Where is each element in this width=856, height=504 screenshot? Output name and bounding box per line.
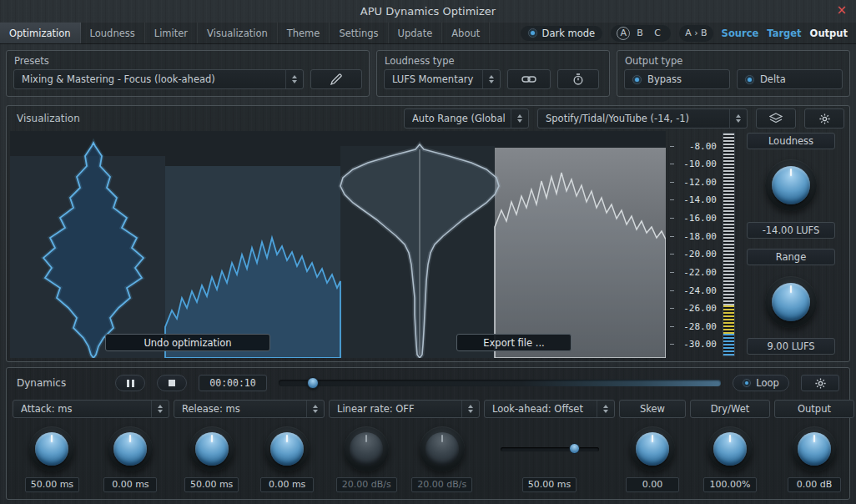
- attack-knob-1[interactable]: [29, 426, 74, 471]
- range-label[interactable]: Range: [747, 249, 835, 265]
- bypass-radio-icon: [632, 75, 642, 84]
- scale-tick-label: -26.00: [683, 303, 717, 314]
- drywet-value: 100.00%: [703, 477, 757, 492]
- target-preset-dropdown[interactable]: Spotify/Tidal/YouTube (-14, -1): [537, 108, 748, 129]
- preset-slot-c[interactable]: C: [650, 27, 665, 40]
- tab-loudness[interactable]: Loudness: [81, 23, 145, 43]
- meter-segment-warn: [723, 305, 734, 334]
- stepper-arrows-icon[interactable]: [597, 401, 614, 417]
- range-knob[interactable]: [765, 276, 817, 328]
- stepper-arrows-icon[interactable]: [285, 70, 303, 88]
- attack-knob-1-value: 50.00 ms: [25, 477, 79, 492]
- output-button[interactable]: Output: [810, 28, 848, 39]
- release-knob-1[interactable]: [189, 426, 234, 471]
- loudness-target-label[interactable]: Loudness: [747, 133, 835, 149]
- tab-about[interactable]: About: [442, 23, 490, 43]
- stepper-arrows-icon[interactable]: [151, 401, 169, 417]
- scale-tick-mark: [670, 199, 674, 200]
- scale-tick-label: -8.00: [689, 141, 717, 152]
- linear-rate-knob-2[interactable]: [420, 426, 465, 471]
- ab-compare-button[interactable]: A › B: [679, 25, 712, 42]
- auto-range-dropdown[interactable]: Auto Range (Global): [404, 108, 529, 129]
- output-knob[interactable]: [792, 426, 837, 471]
- auto-range-value: Auto Range (Global): [412, 113, 506, 124]
- close-icon[interactable]: ×: [836, 3, 847, 18]
- stepper-arrows-icon[interactable]: [306, 401, 324, 417]
- edit-preset-button[interactable]: [310, 69, 362, 89]
- loudness-type-box: Loudness type LUFS Momentary: [376, 50, 610, 97]
- drywet-header[interactable]: Dry/Wet: [690, 400, 770, 418]
- output-header[interactable]: Output: [774, 400, 854, 418]
- attack-mode-dropdown[interactable]: Attack: ms: [13, 400, 169, 418]
- linear-rate-dropdown[interactable]: Linear rate: OFF: [329, 400, 480, 418]
- skew-value: 0.00: [626, 477, 679, 492]
- pause-icon: [127, 380, 134, 387]
- release-knob-2[interactable]: [264, 426, 310, 471]
- ab-compare-label: A › B: [685, 27, 707, 40]
- link-channels-button[interactable]: [507, 69, 551, 89]
- knob-row: 50.00 ms 0.00 ms 50.00 ms 0.00 ms: [7, 418, 849, 492]
- time-display: 00:00:10: [199, 375, 267, 391]
- delta-radio[interactable]: Delta: [737, 69, 843, 89]
- lookahead-mode-dropdown[interactable]: Look-ahead: Offset: [484, 400, 615, 418]
- release-mode-label: Release: ms: [182, 403, 301, 415]
- lookahead-slider[interactable]: [501, 443, 599, 455]
- target-button[interactable]: Target: [767, 28, 801, 39]
- target-preset-value: Spotify/Tidal/YouTube (-14, -1): [546, 113, 724, 124]
- visualization-body: Undo optimization Export file ... -8.00 …: [7, 131, 849, 361]
- loudness-target-value[interactable]: -14.00 LUFS: [747, 222, 835, 239]
- tab-theme[interactable]: Theme: [278, 23, 330, 43]
- linear-rate-knob-1[interactable]: [344, 426, 389, 471]
- scale-tick-mark: [670, 254, 674, 255]
- layers-button[interactable]: [756, 108, 796, 129]
- skew-header[interactable]: Skew: [619, 400, 686, 418]
- tab-update[interactable]: Update: [389, 23, 443, 43]
- visualization-settings-button[interactable]: [804, 108, 844, 129]
- dynamics-settings-button[interactable]: [801, 375, 839, 391]
- tab-settings[interactable]: Settings: [330, 23, 388, 43]
- seek-slider[interactable]: [279, 375, 721, 391]
- export-file-button[interactable]: Export file ...: [456, 334, 572, 351]
- range-value[interactable]: 9.00 LUFS: [747, 338, 835, 355]
- output-value: 0.00 dB: [788, 477, 841, 492]
- layers-icon: [769, 113, 783, 124]
- source-button[interactable]: Source: [722, 28, 759, 39]
- lookahead-handle[interactable]: [569, 443, 580, 454]
- drywet-knob[interactable]: [707, 426, 753, 471]
- preset-slot-a[interactable]: A: [617, 27, 630, 40]
- pause-button[interactable]: [115, 375, 145, 391]
- delta-label: Delta: [760, 73, 786, 85]
- lookahead-track[interactable]: [501, 447, 599, 451]
- tab-visualization[interactable]: Visualization: [198, 23, 278, 43]
- stop-button[interactable]: [157, 375, 187, 391]
- stepper-arrows-icon[interactable]: [511, 109, 528, 128]
- tab-limiter[interactable]: Limiter: [145, 23, 198, 43]
- scale-tick-mark: [670, 344, 674, 345]
- preset-dropdown[interactable]: Mixing & Mastering - Focus (look-ahead): [13, 69, 304, 89]
- link-icon: [521, 74, 536, 84]
- tab-optimization[interactable]: Optimization: [0, 23, 81, 43]
- presets-box: Presets Mixing & Mastering - Focus (look…: [6, 50, 370, 97]
- bypass-radio[interactable]: Bypass: [624, 69, 730, 89]
- presets-label: Presets: [7, 51, 369, 69]
- seek-handle[interactable]: [307, 377, 319, 389]
- transport-bar: Dynamics 00:00:10 Loop: [7, 368, 849, 395]
- loudness-knob[interactable]: [765, 159, 817, 211]
- undo-optimization-button[interactable]: Undo optimization: [105, 334, 270, 351]
- skew-knob[interactable]: [630, 426, 675, 471]
- stepper-arrows-icon[interactable]: [461, 401, 479, 417]
- loudness-type-dropdown[interactable]: LUFS Momentary: [384, 69, 501, 89]
- stepper-arrows-icon[interactable]: [482, 70, 500, 88]
- stepper-arrows-icon[interactable]: [729, 109, 747, 128]
- seek-track[interactable]: [279, 380, 721, 386]
- release-knob-1-value: 50.00 ms: [184, 477, 239, 492]
- scale-tick-mark: [670, 290, 674, 291]
- visualization-canvas[interactable]: Undo optimization Export file ...: [10, 131, 666, 358]
- dark-mode-toggle[interactable]: Dark mode: [521, 26, 603, 41]
- timing-button[interactable]: [557, 69, 599, 89]
- release-mode-dropdown[interactable]: Release: ms: [174, 400, 325, 418]
- scale-tick-label: -18.00: [683, 231, 717, 242]
- loop-toggle[interactable]: Loop: [733, 375, 789, 391]
- attack-knob-2[interactable]: [108, 426, 153, 471]
- preset-slot-b[interactable]: B: [632, 27, 647, 40]
